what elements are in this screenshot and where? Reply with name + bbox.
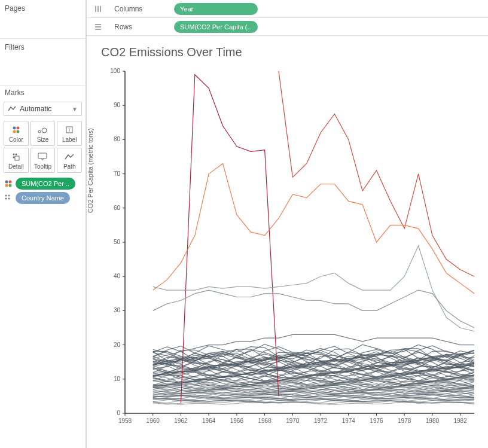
color-indicator-icon bbox=[4, 179, 13, 188]
svg-point-10 bbox=[13, 156, 14, 158]
svg-text:1970: 1970 bbox=[286, 417, 300, 424]
columns-icon bbox=[94, 5, 102, 13]
svg-text:1982: 1982 bbox=[454, 417, 468, 424]
caret-down-icon: ▼ bbox=[72, 106, 78, 112]
size-icon bbox=[37, 124, 48, 135]
detail-button[interactable]: Detail bbox=[4, 148, 29, 173]
svg-text:30: 30 bbox=[114, 307, 121, 313]
svg-point-8 bbox=[13, 153, 14, 155]
tooltip-button[interactable]: Tooltip bbox=[30, 148, 56, 173]
svg-point-15 bbox=[5, 184, 8, 187]
label-label: Label bbox=[62, 136, 77, 143]
svg-point-2 bbox=[13, 130, 16, 133]
svg-rect-12 bbox=[38, 153, 47, 159]
detail-label: Detail bbox=[8, 163, 24, 170]
svg-point-9 bbox=[15, 153, 17, 155]
path-button[interactable]: Path bbox=[57, 148, 82, 173]
svg-text:0: 0 bbox=[117, 410, 120, 416]
svg-point-16 bbox=[9, 184, 12, 187]
columns-shelf-label: Columns bbox=[114, 5, 162, 13]
columns-pill-year[interactable]: Year bbox=[174, 3, 258, 15]
svg-text:80: 80 bbox=[114, 136, 121, 142]
svg-text:40: 40 bbox=[114, 273, 121, 279]
svg-text:90: 90 bbox=[114, 102, 121, 108]
svg-point-20 bbox=[8, 198, 10, 200]
svg-text:50: 50 bbox=[114, 239, 121, 245]
svg-point-13 bbox=[5, 181, 8, 184]
size-button[interactable]: Size bbox=[30, 121, 56, 146]
svg-text:1978: 1978 bbox=[398, 417, 411, 424]
mark-type-label: Automatic bbox=[20, 105, 51, 113]
label-button[interactable]: T Label bbox=[57, 121, 82, 146]
svg-text:1980: 1980 bbox=[426, 417, 440, 424]
svg-text:1968: 1968 bbox=[258, 417, 272, 424]
path-icon bbox=[65, 151, 74, 162]
marks-header: Marks bbox=[0, 86, 86, 99]
svg-point-3 bbox=[16, 130, 19, 133]
filters-header: Filters bbox=[0, 39, 86, 56]
rows-shelf-label: Rows bbox=[114, 23, 162, 31]
svg-text:1964: 1964 bbox=[202, 417, 216, 424]
svg-text:70: 70 bbox=[114, 170, 121, 177]
svg-text:100: 100 bbox=[110, 68, 120, 74]
svg-rect-11 bbox=[15, 156, 19, 160]
mark-type-dropdown[interactable]: Automatic ▼ bbox=[4, 102, 82, 116]
svg-text:1966: 1966 bbox=[230, 417, 244, 424]
size-label: Size bbox=[37, 136, 48, 143]
svg-text:1972: 1972 bbox=[314, 417, 328, 424]
chart-title: CO2 Emissions Over Time bbox=[101, 45, 483, 59]
svg-text:60: 60 bbox=[114, 205, 121, 211]
svg-point-17 bbox=[5, 195, 7, 197]
color-icon bbox=[12, 124, 20, 135]
svg-point-19 bbox=[5, 198, 7, 200]
rows-pill-co2[interactable]: SUM(CO2 Per Capita (.. bbox=[174, 21, 258, 33]
path-label: Path bbox=[63, 163, 76, 170]
label-icon: T bbox=[65, 124, 74, 135]
pages-header: Pages bbox=[0, 0, 86, 17]
tooltip-label: Tooltip bbox=[34, 163, 51, 170]
svg-point-14 bbox=[9, 181, 12, 184]
color-label: Color bbox=[9, 136, 23, 143]
svg-point-18 bbox=[8, 195, 10, 197]
svg-point-1 bbox=[16, 126, 19, 129]
automatic-mark-icon bbox=[8, 105, 16, 112]
color-button[interactable]: Color bbox=[4, 121, 29, 146]
tooltip-icon bbox=[38, 151, 47, 162]
svg-text:1976: 1976 bbox=[370, 417, 383, 424]
svg-text:1962: 1962 bbox=[174, 417, 188, 424]
rows-icon bbox=[94, 23, 102, 31]
svg-text:1958: 1958 bbox=[118, 417, 132, 424]
svg-text:T: T bbox=[68, 127, 71, 133]
svg-point-5 bbox=[42, 128, 47, 133]
svg-text:1974: 1974 bbox=[342, 417, 356, 424]
y-axis-label: CO2 Per Capita (metric tons) bbox=[87, 128, 94, 213]
color-pill-sum-co2[interactable]: SUM(CO2 Per .. bbox=[16, 178, 75, 190]
chart[interactable]: CO2 Per Capita (metric tons) 01020304050… bbox=[101, 66, 478, 437]
svg-point-4 bbox=[38, 130, 41, 133]
svg-text:20: 20 bbox=[114, 342, 121, 348]
svg-point-0 bbox=[13, 126, 16, 129]
svg-text:10: 10 bbox=[114, 376, 121, 382]
svg-text:1960: 1960 bbox=[147, 417, 160, 424]
detail-icon bbox=[12, 151, 20, 162]
detail-indicator-icon bbox=[4, 193, 13, 203]
detail-pill-country[interactable]: Country Name bbox=[16, 192, 70, 204]
